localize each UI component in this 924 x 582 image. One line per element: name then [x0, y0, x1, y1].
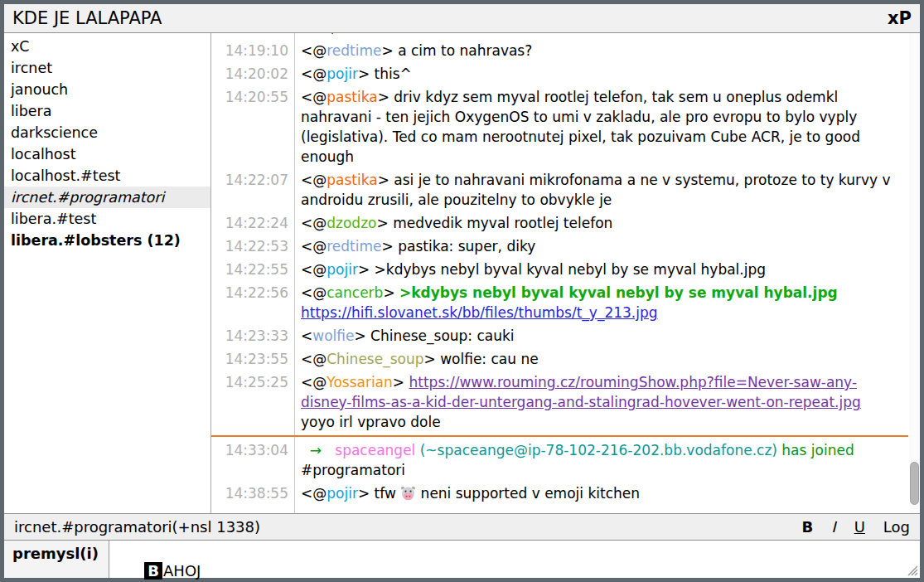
- resize-grip-icon[interactable]: [906, 564, 918, 576]
- sidebar-item[interactable]: libera: [4, 100, 210, 122]
- message-text: <@pastika> asi je to nahravani mikrofona…: [294, 170, 908, 210]
- format-button-log[interactable]: Log: [883, 518, 910, 536]
- cow-face-emoji: [400, 486, 416, 507]
- message-text: <@pojir> tfw neni supported v emoji kitc…: [294, 483, 908, 507]
- titlebar-right-label: xP: [888, 8, 912, 28]
- nick: Chinese_soup: [327, 351, 423, 367]
- message-text: <@pastika> driv kdyz sem myval rootlej t…: [294, 87, 908, 167]
- timestamp: 14:22:55: [211, 259, 294, 279]
- text-segment: <@: [301, 215, 327, 231]
- sidebar-item[interactable]: localhost: [4, 143, 210, 165]
- text-segment: > this^: [358, 65, 412, 82]
- message-list: vadi, tak at mi nevola14:19:10<@redtime>…: [211, 33, 908, 510]
- nick: spaceangel: [335, 442, 415, 458]
- text-segment: [301, 442, 310, 458]
- text-segment: <@: [301, 485, 327, 502]
- message-row: 14:23:55<@Chinese_soup> wolfie: cau ne: [211, 349, 908, 369]
- text-segment: <@: [301, 284, 327, 301]
- format-button-b[interactable]: B: [802, 518, 814, 536]
- timestamp: 14:23:33: [211, 326, 294, 346]
- timestamp: 14:38:55: [211, 483, 294, 507]
- text-segment: >: [383, 284, 399, 301]
- message-text: <@redtime> a cim to nahravas?: [294, 41, 908, 61]
- timestamp: 14:22:56: [211, 283, 294, 323]
- sidebar-item[interactable]: janouch: [4, 79, 210, 100]
- message-text: <@redtime> pastika: super, diky: [294, 236, 908, 256]
- message-row: 14:19:10<@redtime> a cim to nahravas?: [211, 41, 908, 61]
- text-segment: > Chinese_soup: cauki: [354, 327, 514, 344]
- message-row: 14:33:04 → spaceangel (~spaceange@ip-78-…: [211, 440, 908, 480]
- text-segment: > tfw: [358, 485, 400, 502]
- sidebar-item[interactable]: localhost.#test: [4, 165, 210, 187]
- timestamp: 14:22:53: [211, 236, 294, 256]
- sidebar-item[interactable]: libera.#test: [4, 208, 210, 230]
- nick: redtime: [327, 42, 381, 59]
- text-segment: <@: [301, 238, 327, 255]
- text-segment: <@: [301, 65, 327, 82]
- message-row: 14:38:55<@pojir> tfw neni supported v em…: [211, 483, 908, 507]
- message-row: 14:22:53<@redtime> pastika: super, diky: [211, 236, 908, 256]
- message-text: <@pojir> this^: [294, 64, 908, 84]
- scrollbar-thumb[interactable]: [910, 462, 919, 505]
- text-segment: >: [393, 374, 409, 390]
- text-segment: > wolfie: cau ne: [424, 351, 539, 367]
- message-input[interactable]: BAHOJ: [109, 541, 920, 578]
- window-title: KDE JE LALAPAPA: [12, 8, 162, 28]
- format-button-i[interactable]: I: [831, 518, 835, 536]
- nick: dzodzo: [327, 215, 376, 231]
- nick: cancerb: [327, 284, 383, 301]
- message-text: <wolfie> Chinese_soup: cauki: [294, 326, 908, 346]
- text-segment: <@: [301, 261, 327, 278]
- message-row: 14:22:24<@dzodzo> medvedik myval rootlej…: [211, 213, 908, 233]
- timestamp: 14:25:25: [211, 372, 294, 432]
- bold-control-code: B: [144, 562, 162, 580]
- text-segment: vadi, tak at mi nevola: [301, 33, 454, 36]
- message-text: <@cancerb> >kdybys nebyl byval kyval neb…: [294, 283, 908, 323]
- format-buttons: BIULog: [802, 518, 910, 536]
- sidebar-item[interactable]: xC: [4, 36, 210, 57]
- nick: pojir: [327, 261, 358, 278]
- message-link[interactable]: https://hifi.slovanet.sk/bb/files/thumbs…: [301, 304, 658, 321]
- timestamp: 14:19:10: [211, 41, 294, 61]
- message-row: 14:25:25<@Yossarian> https://www.rouming…: [211, 372, 908, 432]
- text-segment: [838, 284, 842, 301]
- timestamp: 14:33:04: [211, 440, 294, 480]
- channel-status-text: ircnet.#programatori(+nsl 1338): [14, 518, 260, 536]
- text-segment: neni supported v emoji kitchen: [416, 485, 640, 502]
- sidebar-item[interactable]: ircnet: [4, 57, 210, 79]
- status-bar: ircnet.#programatori(+nsl 1338) BIULog: [4, 513, 920, 540]
- sidebar-item[interactable]: darkscience: [4, 122, 210, 143]
- message-row: 14:20:02<@pojir> this^: [211, 64, 908, 84]
- message-row: vadi, tak at mi nevola: [211, 33, 908, 37]
- nick: redtime: [327, 238, 381, 255]
- sidebar-item[interactable]: libera.#lobsters (12): [4, 230, 210, 251]
- format-button-u[interactable]: U: [854, 518, 865, 536]
- scrollbar[interactable]: [909, 33, 920, 513]
- message-text: <@Chinese_soup> wolfie: cau ne: [294, 349, 908, 369]
- text-segment: > >kdybys nebyl byval kyval nebyl by se …: [358, 261, 766, 278]
- sidebar-item[interactable]: ircnet.#programatori: [4, 187, 210, 208]
- channel-list: xCircnetjanouchliberadarksciencelocalhos…: [4, 33, 211, 513]
- nick: wolfie: [312, 327, 354, 344]
- nick: (~spaceange@ip-78-102-216-202.bb.vodafon…: [420, 442, 777, 458]
- text-segment: <: [301, 327, 312, 344]
- message-row: 14:22:55<@pojir> >kdybys nebyl byval kyv…: [211, 259, 908, 279]
- main-area: xCircnetjanouchliberadarksciencelocalhos…: [4, 33, 920, 513]
- timestamp: [211, 33, 294, 37]
- nick: pojir: [327, 65, 358, 82]
- timestamp: 14:22:07: [211, 170, 294, 210]
- irc-client-window: KDE JE LALAPAPA xP xCircnetjanouchlibera…: [0, 0, 924, 582]
- nick: >kdybys nebyl byval kyval nebyl by se my…: [399, 284, 838, 301]
- message-row: 14:23:33<wolfie> Chinese_soup: cauki: [211, 326, 908, 346]
- timestamp: 14:20:02: [211, 64, 294, 84]
- message-text: <@dzodzo> medvedik myval rootlej telefon: [294, 213, 908, 233]
- text-segment: <@: [301, 89, 327, 105]
- text-segment: > medvedik myval rootlej telefon: [376, 215, 612, 231]
- text-segment: <@: [301, 351, 327, 367]
- message-row: 14:20:55<@pastika> driv kdyz sem myval r…: [211, 87, 908, 167]
- text-segment: <@: [301, 42, 327, 59]
- nick: has joined: [781, 442, 854, 458]
- composer-row: premysl(i) BAHOJ: [4, 540, 920, 578]
- message-text: <@Yossarian> https://www.rouming.cz/roum…: [294, 372, 908, 432]
- nick: pastika: [327, 172, 377, 188]
